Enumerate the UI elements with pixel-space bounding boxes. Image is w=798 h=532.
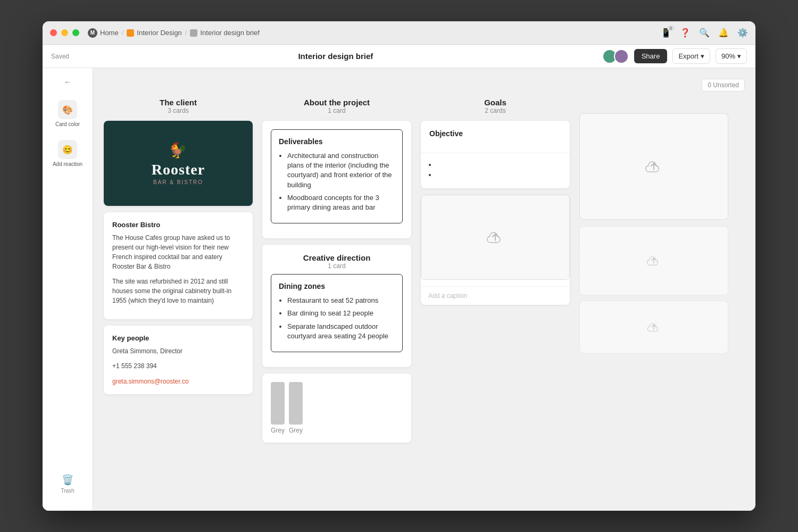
close-button[interactable] [50, 29, 57, 36]
upload-stack-bottom-icon [646, 320, 661, 335]
document-title: Interior design brief [69, 52, 602, 61]
grey-img-2 [289, 382, 303, 425]
column-header-empty [579, 98, 728, 107]
card-bistro-text-1: The House Cafes group have asked us to p… [112, 233, 244, 271]
card-objective[interactable]: Objective [421, 121, 570, 188]
column-title-about: About the project [262, 98, 411, 107]
objective-inner: Objective [421, 121, 570, 153]
card-grey-images-inner: Grey Grey [262, 373, 411, 443]
column-count-the-client: 3 cards [104, 107, 253, 114]
help-icon[interactable]: ❓ [680, 28, 691, 38]
card-creative-direction-inner: Creative direction 1 card Dining zones R… [262, 245, 411, 367]
grey-image-left: Grey [271, 382, 285, 434]
breadcrumb-sep-1: / [122, 29, 124, 37]
rooster-logo-content: 🐓 Rooster BAR & BISTRO [152, 142, 205, 185]
column-count-about: 1 card [262, 107, 411, 114]
breadcrumb-interior-design-label: Interior Design [137, 29, 182, 37]
deliverable-item-1: Architectural and construction plans of … [287, 151, 395, 190]
settings-icon[interactable]: ⚙️ [737, 28, 748, 38]
upload-large[interactable] [579, 113, 728, 220]
card-creative-direction[interactable]: Creative direction 1 card Dining zones R… [262, 245, 411, 367]
export-chevron-icon: ▾ [701, 52, 704, 60]
column-title-goals: Goals [421, 98, 570, 107]
dining-item-1: Restaurant to seat 52 patrons [287, 296, 395, 305]
breadcrumb-brief[interactable]: Interior design brief [190, 29, 259, 37]
sidebar-trash[interactable]: 🗑️ Trash [55, 469, 79, 499]
upload-stack-top[interactable] [579, 226, 728, 295]
saved-status: Saved [51, 53, 69, 60]
card-key-people-inner: Key people Greta Simmons, Director +1 55… [104, 326, 253, 394]
sidebar-item-card-color[interactable]: 🎨 Card color [43, 95, 93, 132]
export-label: Export [678, 52, 699, 60]
canvas: 0 Unsorted The client 3 cards 🐓 Roost [93, 68, 755, 511]
titlebar: M Home / Interior Design / Interior desi… [43, 21, 755, 45]
card-rooster-logo[interactable]: 🐓 Rooster BAR & BISTRO [104, 121, 253, 206]
dining-zones-title: Dining zones [279, 282, 395, 290]
breadcrumb: M Home / Interior Design / Interior desi… [88, 28, 260, 38]
objective-bullet-1 [437, 161, 561, 169]
deliverable-item-2: Moodboard concepts for the 3 primary din… [287, 193, 395, 212]
breadcrumb-home[interactable]: M Home [88, 28, 119, 38]
device-icon[interactable]: 📱 0 [661, 28, 671, 38]
share-button[interactable]: Share [634, 49, 668, 63]
grey-label-1: Grey [271, 427, 285, 434]
card-color-icon: 🎨 [58, 100, 77, 119]
add-reaction-label: Add reaction [53, 161, 82, 167]
minimize-button[interactable] [61, 29, 68, 36]
zoom-label: 90% [721, 52, 735, 60]
trash-icon: 🗑️ [62, 474, 73, 486]
column-empty [579, 98, 728, 354]
card-color-label: Card color [55, 121, 80, 127]
card-rooster-bistro[interactable]: Rooster Bistro The House Cafes group hav… [104, 212, 253, 319]
notifications-icon[interactable]: 🔔 [718, 28, 729, 38]
add-reaction-icon: 😊 [58, 140, 77, 159]
card-upload-caption[interactable]: Add a caption [421, 195, 570, 305]
column-count-goals: 2 cards [421, 107, 570, 114]
rooster-bird-icon: 🐓 [152, 142, 205, 159]
column-the-client: The client 3 cards 🐓 Rooster BAR & BISTR… [104, 98, 253, 401]
key-people-subtitle: Key people [112, 334, 244, 342]
upload-icon [486, 228, 505, 247]
card-grey-images[interactable]: Grey Grey [262, 373, 411, 443]
key-people-email[interactable]: greta.simmons@rooster.co [112, 378, 189, 385]
dining-item-2: Bar dining to seat 12 people [287, 309, 395, 318]
column-title-empty [579, 98, 728, 107]
rooster-brand-subtitle: BAR & BISTRO [152, 179, 205, 185]
maximize-button[interactable] [72, 29, 79, 36]
dining-zones-list: Restaurant to seat 52 patrons Bar dining… [279, 296, 395, 341]
grey-img-1 [271, 382, 285, 425]
column-title-the-client: The client [104, 98, 253, 107]
column-about-project: About the project 1 card Deliverables Ar… [262, 98, 411, 449]
card-key-people[interactable]: Key people Greta Simmons, Director +1 55… [104, 326, 253, 394]
rooster-brand-name: Rooster [152, 161, 205, 178]
export-button[interactable]: Export ▾ [672, 48, 710, 64]
key-people-phone: +1 555 238 394 [112, 361, 244, 371]
breadcrumb-home-label: Home [100, 29, 119, 37]
breadcrumb-interior-design[interactable]: Interior Design [127, 29, 182, 37]
canvas-toolbar: 0 Unsorted [104, 79, 745, 92]
app-window: M Home / Interior Design / Interior desi… [43, 21, 755, 511]
card-bistro-text-2: The site was refurbished in 2012 and sti… [112, 277, 244, 305]
caption-placeholder: Add a caption [428, 292, 467, 300]
upload-stack-bottom[interactable] [579, 301, 728, 354]
upload-area[interactable] [421, 195, 570, 280]
device-badge: 0 [667, 26, 675, 31]
toolbar: Saved Interior design brief Share Export… [43, 45, 755, 68]
zoom-button[interactable]: 90% ▾ [716, 48, 747, 64]
toolbar-right: Share Export ▾ 90% ▾ [602, 48, 747, 64]
creative-direction-count: 1 card [271, 262, 403, 270]
card-deliverables[interactable]: Deliverables Architectural and construct… [262, 121, 411, 238]
board: The client 3 cards 🐓 Rooster BAR & BISTR… [104, 98, 745, 449]
grey-label-2: Grey [289, 427, 303, 434]
column-goals: Goals 2 cards Objective [421, 98, 570, 311]
dining-item-3: Separate landscaped outdoor courtyard ar… [287, 322, 395, 341]
column-header-about: About the project 1 card [262, 98, 411, 114]
upload-stack-top-icon [646, 253, 662, 269]
avatar-2 [614, 49, 629, 64]
search-icon[interactable]: 🔍 [699, 28, 710, 38]
back-button[interactable]: ← [58, 74, 77, 89]
sidebar-item-add-reaction[interactable]: 😊 Add reaction [43, 135, 93, 172]
objective-title: Objective [429, 129, 561, 138]
grey-image-right: Grey [289, 382, 303, 434]
caption-field[interactable]: Add a caption [421, 286, 570, 305]
